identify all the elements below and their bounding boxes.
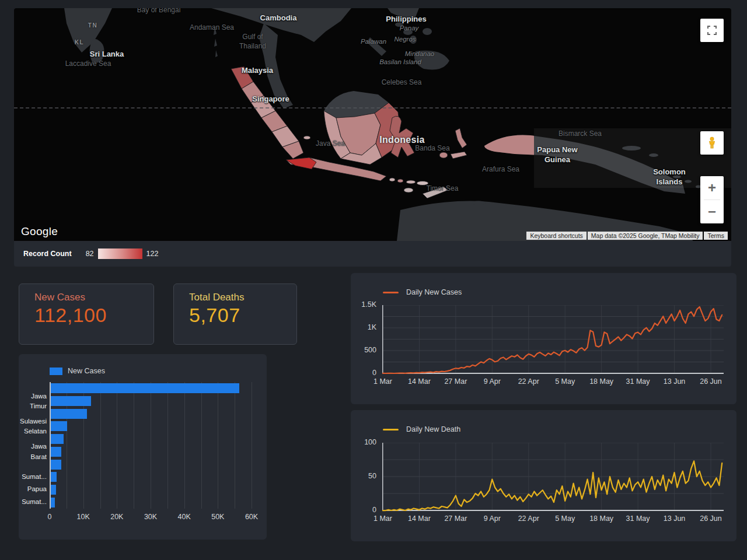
x-tick-label: 1 Mar [365,514,401,523]
legend-label: Daily New Cases [406,288,462,296]
map-panel: Bay of BengalCambodiaPhilippinesPanayAnd… [14,8,731,267]
plot-area [382,443,724,510]
x-tick-label: 5 May [547,514,583,523]
bar-gridline [134,382,134,509]
y-tick-label: 1.5K [351,300,376,309]
bar-x-tick-label: 10K [72,513,95,521]
bar-chart-legend: New Cases [50,367,105,375]
bar-gridline [167,382,168,509]
bar-gridline [218,382,218,509]
total-deaths-label: Total Deaths [189,292,296,303]
bar-4[interactable] [51,434,64,444]
record-count-label: Record Count [23,250,72,258]
legend-swatch [50,368,62,375]
record-count-legend: Record Count 82 122 [14,241,731,267]
map-canvas[interactable]: Bay of BengalCambodiaPhilippinesPanayAnd… [14,8,731,241]
x-tick-label: 22 Apr [511,377,547,386]
y-tick-label: 1K [351,323,376,331]
total-deaths-card: Total Deaths 5,707 [173,284,297,345]
x-tick-label: 13 Jun [657,514,693,523]
daily-new-cases-panel: Daily New Cases 05001K1.5K1 Mar14 Mar27 … [351,273,736,404]
choropleth-regions [231,66,467,198]
equator-dashed-line [14,107,731,108]
dashboard-page: Bay of BengalCambodiaPhilippinesPanayAnd… [0,0,747,560]
map-data-attribution: Map data ©2025 Google, TMap Mobility [588,232,703,240]
bar-gridline [235,382,235,509]
bar-x-tick-label: 40K [173,513,196,521]
x-tick-label: 27 Mar [438,514,474,523]
x-tick-label: 18 May [584,377,620,386]
line-chart-legend: Daily New Death [383,425,460,433]
bar-x-tick-label: 0 [38,513,61,521]
x-tick-label: 9 Apr [474,514,510,523]
fullscreen-button[interactable] [700,19,724,42]
x-tick-label: 13 Jun [657,377,693,386]
x-tick-label: 18 May [584,514,620,523]
x-tick-label: 14 Mar [401,377,437,386]
data-line [383,307,722,373]
map-terrain [14,8,731,241]
bar-6[interactable] [51,460,61,470]
map-attribution: Keyboard shortcuts Map data ©2025 Google… [526,232,728,240]
bar-0[interactable] [51,383,239,393]
x-tick-label: 27 Mar [438,377,474,386]
x-tick-label: 26 Jun [693,514,729,523]
pegman-icon [706,135,718,150]
x-tick-label: 14 Mar [401,514,437,523]
bar-1[interactable] [51,396,91,406]
bar-gridline [100,382,101,509]
bar-gridline [252,382,252,509]
bar-x-tick-label: 60K [240,513,263,521]
bar-7[interactable] [51,472,57,482]
x-tick-label: 5 May [547,377,583,386]
bar-gridline [201,382,202,509]
line-chart-svg [382,305,724,375]
bar-3[interactable] [51,421,67,431]
fullscreen-icon [707,25,717,36]
plot-area [382,305,724,373]
bar-gridline [151,382,151,509]
bar-gridline [184,382,185,509]
bar-9[interactable] [51,498,55,508]
zoom-in-button[interactable]: + [700,176,724,200]
bar-category-label: Papua [19,485,47,495]
data-line [383,461,722,510]
zoom-out-button[interactable]: − [700,200,724,223]
line-chart-svg [382,443,724,512]
bar-category-label: Jawa Timur [19,391,47,411]
legend-line-swatch [383,429,399,430]
line-chart-legend: Daily New Cases [383,288,462,296]
keyboard-shortcuts-link[interactable]: Keyboard shortcuts [526,232,586,240]
legend-label: Daily New Death [406,425,460,433]
bar-category-label: Jawa Barat [19,442,47,462]
bar-2[interactable] [51,409,87,419]
bar-x-tick-label: 20K [105,513,128,521]
x-tick-label: 22 Apr [511,514,547,523]
y-tick-label: 100 [351,438,376,446]
bar-5[interactable] [51,447,61,457]
x-tick-label: 9 Apr [474,377,510,386]
y-tick-label: 0 [351,506,376,514]
record-count-max: 122 [146,250,159,258]
x-tick-label: 1 Mar [365,377,401,386]
pegman-button[interactable] [700,131,724,155]
new-cases-value: 112,100 [34,304,153,327]
bar-8[interactable] [51,485,56,495]
daily-new-death-panel: Daily New Death 0501001 Mar14 Mar27 Mar9… [351,410,736,541]
x-tick-label: 31 May [620,514,656,523]
zoom-control: + − [700,176,724,223]
record-count-gradient [98,249,142,259]
record-count-min: 82 [86,250,94,258]
bar-x-tick-label: 30K [139,513,162,521]
bar-category-label: Sumat... [19,498,47,508]
terms-link[interactable]: Terms [704,232,728,240]
google-logo: Google [21,225,58,238]
y-tick-label: 500 [351,346,376,354]
bar-category-label: Sumat... [19,472,47,482]
new-cases-label: New Cases [34,292,153,303]
total-deaths-value: 5,707 [189,304,296,327]
bar-gridline [117,382,117,509]
new-cases-card: New Cases 112,100 [19,284,154,345]
legend-line-swatch [383,292,399,293]
bar-category-label: Sulawesi Selatan [19,416,47,437]
